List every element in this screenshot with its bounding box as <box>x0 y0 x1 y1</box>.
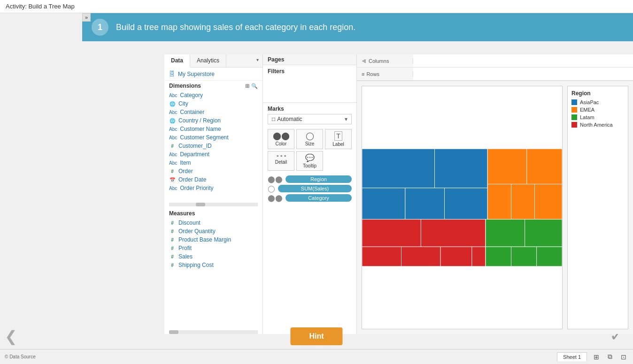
treemap-na-5[interactable] <box>440 247 472 266</box>
treemap-na-6[interactable] <box>472 247 486 266</box>
treemap-latam-2[interactable] <box>525 220 562 247</box>
field-customer-id[interactable]: # Customer_ID <box>164 142 262 150</box>
treemap-emea-5[interactable] <box>535 184 562 219</box>
rows-label: ≡ Rows <box>357 71 413 77</box>
sales-pill[interactable]: SUM(Sales) <box>278 185 352 192</box>
dimensions-header: Dimensions ⊞ 🔍 <box>164 81 262 91</box>
data-panel: Data Analytics ▾ 🗄 My Superstore Dimensi… <box>164 54 263 334</box>
region-pill[interactable]: Region <box>286 175 352 183</box>
marks-type-icon: □ <box>272 116 275 122</box>
field-item[interactable]: Abc Item <box>164 159 262 167</box>
treemap-latam-5[interactable] <box>537 247 562 266</box>
treemap-emea-3[interactable] <box>487 184 511 219</box>
treemap-na-2[interactable] <box>421 220 486 247</box>
workspace: Data Analytics ▾ 🗄 My Superstore Dimensi… <box>164 54 633 334</box>
field-shipping-cost[interactable]: # Shipping Cost <box>164 261 262 269</box>
legend-title: Region <box>571 90 624 97</box>
canvas-area: ⫷ Columns ≡ Rows <box>357 54 633 334</box>
database-icon: 🗄 <box>169 70 175 77</box>
detail-dots-icon: ⚬⚬⚬ <box>276 153 287 159</box>
duplicate-sheet-icon[interactable]: ⧉ <box>606 352 614 362</box>
hash-icon-7: # <box>169 254 176 259</box>
marks-label-btn[interactable]: T Label <box>325 129 352 149</box>
center-panel: Pages Filters Marks □ Automatic ▾ ⬤⬤ Col… <box>263 54 357 334</box>
treemap-asiapac-4[interactable] <box>405 188 445 220</box>
treemap-asiapac-5[interactable] <box>444 188 487 220</box>
rows-content[interactable] <box>413 68 633 80</box>
view-area: Region AsiaPac EMEA Latam North America <box>357 81 633 334</box>
grid-icon[interactable]: ⊞ <box>245 83 249 89</box>
measures-scrollbar[interactable] <box>169 330 258 334</box>
hint-button[interactable]: Hint <box>290 327 342 345</box>
page-title-bar: Activity: Build a Tree Map <box>0 0 633 13</box>
marks-detail-btn[interactable]: ⚬⚬⚬ Detail <box>268 151 294 171</box>
abc-icon-5: Abc <box>169 152 177 157</box>
add-sheet-icon[interactable]: ⊞ <box>592 352 601 362</box>
marks-type-dropdown[interactable]: □ Automatic ▾ <box>268 114 352 124</box>
field-city[interactable]: 🌐 City <box>164 99 262 108</box>
instruction-banner: 1 Build a tree map showing sales of each… <box>82 13 633 41</box>
tooltip-bubble-icon: 💬 <box>305 153 315 162</box>
treemap-asiapac-1[interactable] <box>362 149 435 188</box>
treemap-latam-3[interactable] <box>486 247 511 266</box>
page-title: Activity: Build a Tree Map <box>6 3 75 10</box>
region-pill-icon: ⬤⬤ <box>268 175 283 183</box>
sheet-tab[interactable]: Sheet 1 <box>557 352 587 361</box>
marks-color-btn[interactable]: ⬤⬤ Color <box>268 129 294 149</box>
field-discount[interactable]: # Discount <box>164 219 262 227</box>
field-department[interactable]: Abc Department <box>164 150 262 159</box>
field-customer-name[interactable]: Abc Customer Name <box>164 125 262 133</box>
columns-content[interactable] <box>413 54 633 67</box>
treemap-latam-1[interactable] <box>486 220 525 247</box>
field-country-region[interactable]: 🌐 Country / Region <box>164 116 262 125</box>
treemap-asiapac-2[interactable] <box>435 149 488 188</box>
data-source-item[interactable]: 🗄 My Superstore <box>164 68 262 81</box>
marks-size-btn[interactable]: ◯ Size <box>296 129 323 149</box>
hash-icon-8: # <box>169 263 176 268</box>
field-customer-segment[interactable]: Abc Customer Segment <box>164 133 262 142</box>
northamerica-swatch <box>571 122 577 128</box>
sheet-options-icon[interactable]: ⊡ <box>619 352 628 362</box>
dimensions-scrollbar[interactable] <box>169 203 258 206</box>
field-product-base-margin[interactable]: # Product Base Margin <box>164 235 262 244</box>
abc-icon-6: Abc <box>169 160 177 166</box>
category-pill[interactable]: Category <box>286 194 352 202</box>
panel-options-icon[interactable]: ▾ <box>253 54 262 67</box>
field-order-date[interactable]: 📅 Order Date <box>164 175 262 184</box>
treemap-emea-1[interactable] <box>487 149 527 184</box>
marks-title: Marks <box>268 106 352 112</box>
nav-back-button[interactable]: ❮ <box>5 327 17 345</box>
tab-data[interactable]: Data <box>164 54 190 68</box>
treemap-na-3[interactable] <box>362 247 401 266</box>
field-order-priority[interactable]: Abc Order Priority <box>164 184 262 192</box>
field-category[interactable]: Abc Category <box>164 91 262 99</box>
tab-analytics[interactable]: Analytics <box>190 54 226 67</box>
marks-tooltip-btn[interactable]: 💬 Tooltip <box>296 151 323 171</box>
legend-latam: Latam <box>571 114 624 120</box>
hash-icon-5: # <box>169 237 176 243</box>
treemap-latam-4[interactable] <box>511 247 536 266</box>
treemap-emea-4[interactable] <box>511 184 534 219</box>
hash-icon-3: # <box>169 220 176 226</box>
treemap-emea-2[interactable] <box>527 149 562 184</box>
treemap-na-4[interactable] <box>401 247 441 266</box>
region-pill-row: ⬤⬤ Region <box>268 175 352 183</box>
field-order-quantity[interactable]: # Order Quantity <box>164 227 262 235</box>
columns-icon: ⫷ <box>362 58 367 64</box>
field-sales[interactable]: # Sales <box>164 252 262 261</box>
sales-pill-row: ◯ SUM(Sales) <box>268 185 352 192</box>
treemap-svg <box>362 86 562 329</box>
search-icon[interactable]: 🔍 <box>251 83 258 89</box>
emea-swatch <box>571 107 577 113</box>
treemap-asiapac-3[interactable] <box>362 188 405 220</box>
calendar-icon: 📅 <box>169 177 176 182</box>
legend-asiapac: AsiaPac <box>571 99 624 105</box>
collapse-button[interactable]: » <box>82 13 91 22</box>
treemap-na-1[interactable] <box>362 220 421 247</box>
field-profit[interactable]: # Profit <box>164 244 262 252</box>
field-order[interactable]: # Order <box>164 167 262 175</box>
field-container[interactable]: Abc Container <box>164 108 262 116</box>
dimensions-list: Abc Category 🌐 City Abc Container 🌐 Coun… <box>164 91 262 203</box>
abc-icon-3: Abc <box>169 127 177 132</box>
globe-icon-2: 🌐 <box>169 118 176 123</box>
